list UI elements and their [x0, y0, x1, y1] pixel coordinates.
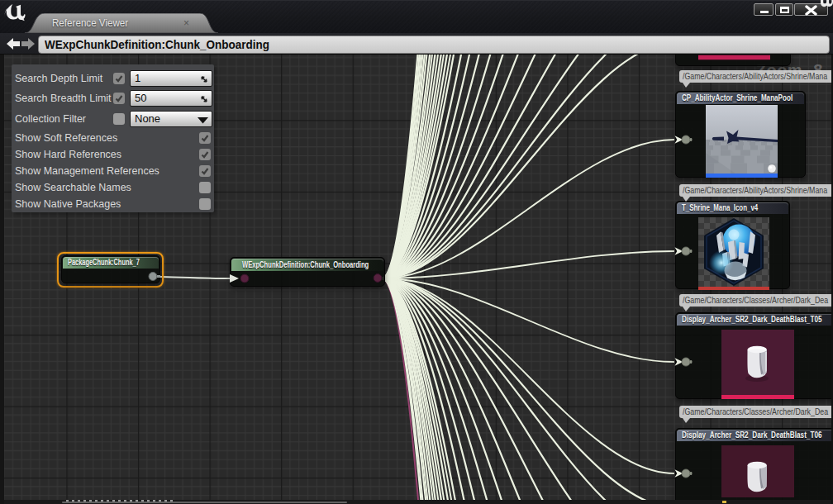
svg-text:×: × — [183, 17, 189, 29]
svg-text:Reference Viewer: Reference Viewer — [52, 17, 128, 29]
